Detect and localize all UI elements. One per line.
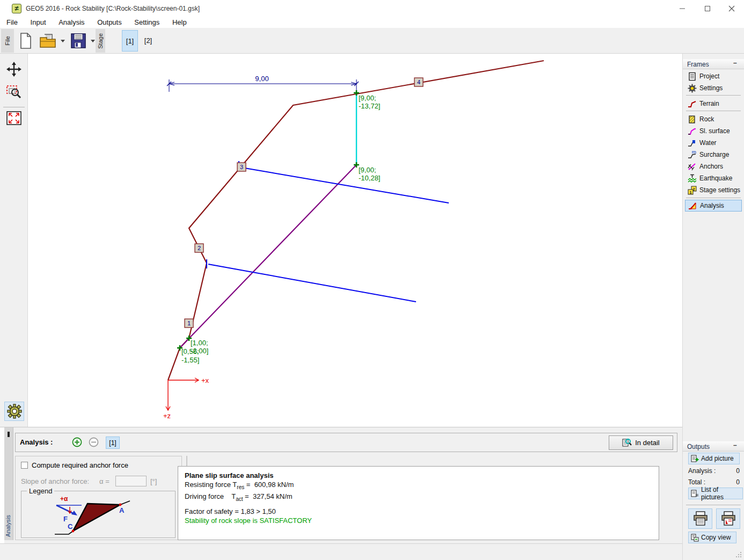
copy-view-button[interactable]: Copy view: [688, 532, 736, 543]
anchor-slope-input[interactable]: [115, 476, 147, 486]
toolbar-stage-group-label: Stage: [96, 29, 105, 53]
legend-group-box: Legend +α F A C: [21, 491, 176, 538]
stage-1-button[interactable]: [1]: [122, 30, 138, 52]
legend-alpha-label: +α: [60, 495, 68, 503]
coord-label-p1-line1: [1,00;: [191, 339, 208, 347]
print-picture-icon: [720, 511, 736, 527]
drawing-settings-icon: [7, 404, 22, 419]
print-picture-button[interactable]: [716, 508, 740, 529]
analysis-results-box: Plane slip surface analysis Resisting fo…: [178, 466, 659, 540]
compute-anchor-force-row: Compute required anchor force: [21, 461, 128, 469]
frame-item-sl-surface[interactable]: Sl. surface: [685, 125, 742, 137]
coord-label-mid-line1: [9,00;: [359, 166, 376, 174]
menu-outputs[interactable]: Outputs: [92, 17, 127, 28]
open-file-icon: [39, 32, 57, 49]
remove-analysis-button[interactable]: [89, 437, 99, 448]
new-file-button[interactable]: [17, 30, 34, 52]
print-button[interactable]: [688, 508, 712, 529]
menu-help[interactable]: Help: [167, 17, 192, 28]
title-bar: ≠ GEO5 2016 - Rock Stability [C:\Rock-St…: [0, 0, 744, 17]
axis-x-label: +x: [201, 376, 209, 384]
window-title: GEO5 2016 - Rock Stability [C:\Rock-Stab…: [26, 5, 200, 12]
zoom-window-button[interactable]: [5, 84, 23, 101]
analysis-1-button[interactable]: [1]: [106, 437, 120, 449]
slope-of-anchor-force-label: Slope of anchor force:: [21, 477, 89, 485]
analysis-tab-strip[interactable]: Analysis: [4, 427, 13, 540]
anchors-icon: [688, 162, 697, 171]
fit-view-button[interactable]: [5, 110, 23, 127]
copy-view-icon: [691, 534, 699, 542]
frame-item-earthquake[interactable]: Earthquake: [685, 172, 742, 184]
add-picture-button[interactable]: Add picture: [688, 453, 740, 464]
close-button[interactable]: [719, 0, 744, 17]
menu-analysis[interactable]: Analysis: [53, 17, 90, 28]
stage-2-button[interactable]: [2]: [140, 30, 156, 52]
settings-gear-icon: [688, 84, 697, 93]
add-analysis-button[interactable]: [72, 437, 83, 448]
stability-verdict-line: Stability of rock slope is SATISFACTORY: [185, 516, 659, 525]
list-of-pictures-button[interactable]: List of pictures: [688, 488, 743, 499]
maximize-button[interactable]: [695, 0, 720, 17]
save-button[interactable]: [69, 30, 88, 52]
frame-item-water[interactable]: Water: [685, 137, 742, 149]
frame-item-anchors[interactable]: Anchors: [685, 161, 742, 172]
dimension-9m: 9,00: [167, 75, 359, 92]
frame-item-rock[interactable]: Rock: [685, 113, 742, 125]
open-file-dropdown[interactable]: [59, 30, 67, 52]
slip-surface-icon: [688, 127, 697, 136]
frame-item-project[interactable]: Project: [685, 70, 742, 82]
coord-label-mid-line2: -10,28]: [359, 174, 380, 182]
frames-minimize-button[interactable]: –: [733, 60, 740, 67]
analysis-count-row: Analysis : 0: [688, 467, 740, 475]
open-file-button[interactable]: [39, 30, 58, 52]
add-picture-icon: [691, 455, 699, 463]
stage-settings-icon: 21: [688, 186, 697, 195]
frame-item-surcharge[interactable]: Surcharge: [685, 149, 742, 161]
point-markers: [177, 90, 359, 351]
menu-input[interactable]: Input: [25, 17, 52, 28]
legend-diagram: +α F A C: [21, 491, 175, 537]
dimension-label: 9,00: [255, 75, 268, 83]
menu-file[interactable]: File: [1, 17, 23, 28]
analysis-icon: [688, 201, 697, 210]
drawing-canvas[interactable]: 9,00 [9,00; -13,72] [9,00; -1: [28, 54, 682, 427]
in-detail-button[interactable]: In detail: [609, 435, 673, 450]
analysis-header-bar: Analysis : [1] In detail: [15, 433, 677, 452]
print-icon: [692, 511, 709, 527]
fit-view-icon: [6, 111, 21, 125]
legend-c-label: C: [68, 522, 73, 530]
outputs-minimize-button[interactable]: –: [733, 442, 740, 449]
earthquake-icon: [688, 174, 697, 183]
geo5-window: { "window": { "title": "GEO5 2016 - Rock…: [0, 0, 744, 560]
toolbar-file-group-label[interactable]: File: [1, 29, 14, 53]
coord-label-top-line2: -13,72]: [359, 102, 380, 110]
frame-item-terrain[interactable]: Terrain: [685, 98, 742, 110]
drawing-tool-strip: [0, 54, 28, 427]
compute-anchor-force-checkbox[interactable]: [21, 462, 28, 469]
frame-item-analysis[interactable]: Analysis: [685, 200, 742, 212]
frames-panel-header: Frames –: [683, 59, 744, 69]
drawing-settings-button[interactable]: [4, 402, 24, 421]
water-icon: [688, 139, 697, 148]
frame-item-stage-settings[interactable]: 21 Stage settings: [685, 184, 742, 196]
pan-button[interactable]: [5, 61, 23, 78]
zoom-window-icon: [6, 84, 22, 100]
alpha-label: α =: [99, 477, 110, 485]
analysis-bottom-panel: Analysis Analysis : [1] In detail Comput…: [0, 427, 682, 543]
main-toolbar: File Stage: [0, 28, 744, 54]
coord-label-p2-line2: -1,55]: [181, 356, 199, 364]
chevron-down-icon: [91, 40, 95, 42]
chevron-down-icon: [61, 40, 65, 42]
frame-item-settings[interactable]: Settings: [685, 82, 742, 94]
window-resize-grip[interactable]: [736, 552, 742, 558]
add-analysis-icon: [72, 437, 82, 447]
segment-markers: 1 2 3 4: [185, 78, 423, 328]
menu-settings[interactable]: Settings: [129, 17, 165, 28]
analysis-count-value: 0: [736, 467, 740, 475]
new-file-icon: [19, 32, 33, 49]
minimize-button[interactable]: [670, 0, 695, 17]
save-icon: [70, 32, 87, 49]
driving-force-line: Driving force Tact = 327,54 kN/m: [185, 492, 659, 504]
legend-title: Legend: [27, 487, 54, 495]
panel-handle-icon: [8, 432, 10, 437]
